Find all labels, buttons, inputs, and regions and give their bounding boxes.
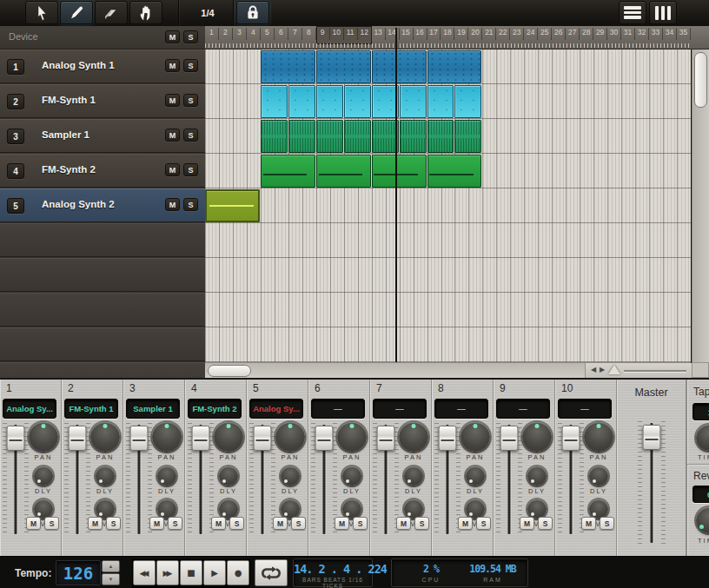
pattern-clip-track1[interactable] (316, 50, 371, 83)
empty-track-row[interactable] (0, 327, 205, 361)
channel-solo-button[interactable]: S (414, 517, 429, 530)
pan-knob[interactable] (399, 422, 428, 452)
zoom-out-arrow-icon[interactable]: ◀ (591, 366, 596, 373)
volume-fader[interactable] (3, 423, 29, 536)
empty-track-row[interactable] (0, 293, 205, 327)
pattern-clip-track4[interactable] (316, 155, 371, 188)
delay-send-knob[interactable] (404, 466, 423, 486)
channel-name-display[interactable]: FM-Synth 1 (64, 399, 118, 419)
song-view-button[interactable] (619, 1, 646, 24)
channel-solo-button[interactable]: S (168, 517, 182, 530)
play-button[interactable]: ▶ (203, 560, 226, 585)
track-mute-button[interactable]: M (165, 198, 180, 211)
fader-thumb[interactable] (254, 426, 272, 451)
volume-fader[interactable] (434, 423, 461, 536)
fader-thumb[interactable] (7, 426, 25, 451)
volume-fader[interactable] (249, 423, 275, 536)
channel-name-display[interactable]: — (558, 399, 612, 419)
pan-knob[interactable] (584, 422, 613, 452)
pattern-clip-track1[interactable] (261, 50, 315, 83)
tempo-down-button[interactable]: ▼ (102, 573, 120, 585)
pan-knob[interactable] (29, 422, 58, 452)
sequencer-grid[interactable] (205, 50, 691, 362)
empty-track-row[interactable] (0, 258, 205, 292)
vertical-scrollbar[interactable] (692, 50, 709, 362)
loop-button[interactable] (255, 559, 288, 586)
tape-delay-time-knob[interactable] (696, 425, 709, 451)
channel-name-display[interactable]: — (373, 399, 427, 419)
master-mute-button[interactable]: M (165, 30, 180, 43)
pattern-clip-track1[interactable] (427, 50, 482, 83)
playhead[interactable] (395, 28, 397, 362)
snap-value[interactable]: 1/4 (182, 0, 233, 26)
reverb-send-knob[interactable] (281, 499, 300, 519)
master-fader[interactable] (638, 421, 666, 545)
reverb-send-knob[interactable] (527, 499, 547, 519)
mixer-view-button[interactable] (649, 1, 677, 24)
track-row-5[interactable]: 5Analog Synth 2MS (0, 188, 205, 222)
pattern-clip-track2[interactable] (400, 85, 427, 118)
pattern-clip-track2[interactable] (316, 85, 343, 118)
delay-send-knob[interactable] (466, 466, 485, 486)
rewind-button[interactable]: ◀◀ (133, 560, 156, 585)
fader-thumb[interactable] (643, 425, 661, 450)
track-row-1[interactable]: 1Analog Synth 1MS (0, 50, 205, 83)
channel-mute-button[interactable]: M (396, 517, 411, 530)
pan-knob[interactable] (152, 422, 182, 452)
channel-mute-button[interactable]: M (26, 517, 41, 530)
channel-solo-button[interactable]: S (476, 517, 491, 530)
pattern-clip-track2[interactable] (261, 85, 288, 118)
channel-solo-button[interactable]: S (538, 517, 553, 530)
delay-send-knob[interactable] (281, 466, 300, 486)
fader-thumb[interactable] (69, 426, 87, 451)
track-mute-button[interactable]: M (165, 163, 180, 176)
pattern-clip-track3[interactable] (288, 120, 315, 153)
hscroll-thumb[interactable] (208, 365, 251, 377)
pattern-clip-track3[interactable] (427, 120, 454, 153)
fader-thumb[interactable] (192, 426, 210, 451)
pattern-clip-track3[interactable] (316, 120, 343, 153)
channel-mute-button[interactable]: M (581, 517, 596, 530)
channel-name-display[interactable]: Analog Sy... (3, 399, 56, 419)
channel-solo-button[interactable]: S (291, 517, 306, 530)
pencil-tool-button[interactable] (60, 1, 93, 24)
horizontal-scrollbar[interactable]: ◀ ▶ (205, 362, 691, 378)
track-mute-button[interactable]: M (165, 59, 180, 72)
pattern-clip-track1[interactable] (372, 50, 427, 83)
hand-tool-button[interactable] (129, 1, 162, 24)
track-solo-button[interactable]: S (183, 59, 198, 72)
delay-send-knob[interactable] (96, 466, 115, 486)
channel-mute-button[interactable]: M (458, 517, 473, 530)
volume-fader[interactable] (126, 423, 152, 536)
reverb-send-knob[interactable] (342, 499, 361, 519)
vscroll-thumb[interactable] (694, 52, 707, 108)
channel-name-display[interactable]: — (434, 399, 488, 419)
stop-button[interactable]: ■ (180, 560, 202, 585)
zoom-slider-thumb[interactable] (608, 365, 620, 374)
track-solo-button[interactable]: S (183, 129, 198, 142)
reverb-send-knob[interactable] (589, 499, 608, 519)
reverb-send-knob[interactable] (219, 499, 238, 519)
delay-send-knob[interactable] (342, 466, 361, 486)
reverb-time-knob[interactable] (696, 507, 709, 533)
channel-mute-button[interactable]: M (335, 517, 349, 530)
fader-thumb[interactable] (500, 426, 519, 451)
channel-mute-button[interactable]: M (149, 517, 164, 530)
track-row-4[interactable]: 4FM-Synth 2MS (0, 154, 205, 188)
record-button[interactable]: ● (227, 560, 249, 585)
channel-mute-button[interactable]: M (273, 517, 288, 530)
eraser-tool-button[interactable] (95, 1, 128, 24)
bar-ruler[interactable]: 1234567891011121314151617181920212223242… (205, 26, 709, 50)
pan-knob[interactable] (337, 422, 367, 452)
channel-mute-button[interactable]: M (520, 517, 534, 530)
reverb-send-knob[interactable] (157, 499, 176, 519)
pattern-clip-track4[interactable] (427, 155, 482, 188)
pattern-clip-track3[interactable] (400, 120, 427, 153)
track-row-3[interactable]: 3Sampler 1MS (0, 119, 205, 153)
volume-fader[interactable] (496, 423, 522, 536)
pattern-clip-track3[interactable] (261, 120, 288, 153)
track-solo-button[interactable]: S (183, 163, 198, 176)
channel-name-display[interactable]: Analog Sy... (249, 399, 303, 419)
zoom-slider-track[interactable] (624, 370, 686, 372)
pan-knob[interactable] (214, 422, 243, 452)
